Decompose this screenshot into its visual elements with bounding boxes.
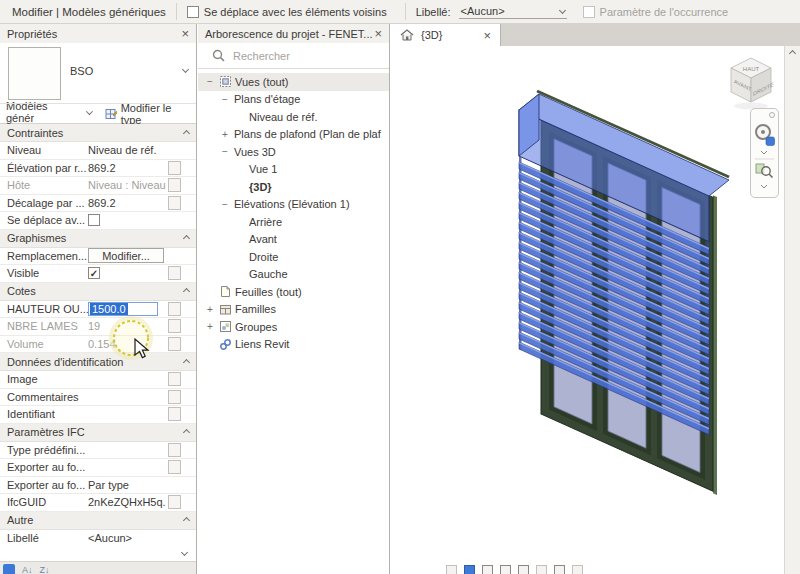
property-value[interactable]: 2nKeZQHxH5q... — [88, 496, 166, 508]
associate-parameter-button[interactable] — [168, 372, 181, 386]
chevron-down-icon[interactable] — [761, 185, 767, 188]
collapse-icon[interactable] — [183, 358, 190, 365]
properties-help-icon[interactable] — [3, 564, 15, 574]
property-value[interactable]: 869.2 — [88, 197, 166, 209]
tree-item[interactable]: +Familles — [198, 301, 389, 319]
tree-item[interactable]: Arrière — [198, 213, 389, 231]
property-value[interactable]: 1500.0 — [88, 302, 166, 316]
viewcube[interactable]: HAUT AVANT DROITE — [731, 58, 774, 110]
model-3d-bso-window[interactable]: HAUT AVANT DROITE — [391, 46, 784, 574]
tree-item[interactable]: Vue 1 — [198, 161, 389, 179]
edit-type-button[interactable]: Modifier le type — [105, 102, 190, 126]
property-value[interactable]: 19 — [88, 320, 166, 332]
expand-icon[interactable]: + — [207, 304, 219, 315]
tree-item[interactable]: Feuilles (tout) — [198, 283, 389, 301]
tree-item[interactable]: −Vues 3D — [198, 143, 389, 161]
tree-item[interactable]: Gauche — [198, 266, 389, 284]
canvas-scrollbar[interactable] — [784, 46, 800, 574]
zoom-icon[interactable] — [762, 167, 770, 175]
scroll-up-icon[interactable] — [789, 50, 796, 57]
chevron-down-icon[interactable] — [182, 66, 189, 73]
checkbox-checked[interactable]: ✓ — [88, 267, 100, 279]
collapse-icon[interactable] — [183, 429, 190, 436]
neighbors-checkbox[interactable] — [187, 6, 199, 18]
tree-item[interactable]: −Elévations (Elévation 1) — [198, 196, 389, 214]
associate-parameter-button[interactable] — [168, 196, 181, 210]
drawing-canvas[interactable]: HAUT AVANT DROITE — [391, 46, 800, 574]
property-value[interactable]: Par type — [88, 479, 166, 491]
section-header[interactable]: Paramètres IFC — [0, 424, 196, 442]
associate-parameter-button[interactable] — [168, 266, 181, 280]
value-input[interactable]: 1500.0 — [88, 302, 158, 316]
collapse-icon[interactable]: − — [207, 76, 219, 87]
property-value[interactable] — [88, 214, 166, 226]
property-value[interactable]: ✓ — [88, 267, 166, 279]
browser-search[interactable]: Rechercher — [198, 43, 389, 69]
associate-parameter-button[interactable] — [168, 443, 181, 457]
close-icon[interactable]: × — [483, 29, 491, 42]
sun-path-icon[interactable] — [500, 565, 511, 574]
section-header[interactable]: Contraintes — [0, 124, 196, 142]
section-header[interactable]: Cotes — [0, 283, 196, 301]
tree-item[interactable]: {3D} — [198, 178, 389, 196]
view-control-bar[interactable] — [446, 565, 583, 574]
section-header[interactable]: Graphismes — [0, 230, 196, 248]
associate-parameter-button[interactable] — [168, 302, 181, 316]
grid-scroll-hint[interactable] — [0, 546, 196, 561]
tree-item[interactable]: −Plans d'étage — [198, 91, 389, 109]
crop-view-icon[interactable] — [536, 565, 547, 574]
property-value[interactable]: Niveau : Niveau... — [88, 179, 166, 191]
associate-parameter-button[interactable] — [168, 178, 181, 192]
sort-ascending-icon[interactable]: A↓ — [22, 564, 33, 574]
close-icon[interactable]: × — [181, 27, 189, 40]
associate-parameter-button[interactable] — [168, 460, 181, 474]
properties-filter-dropdown[interactable]: Modèles génér — [6, 100, 94, 127]
tree-item[interactable]: Droite — [198, 248, 389, 266]
section-header[interactable]: Données d'identification — [0, 353, 196, 371]
collapse-icon[interactable]: − — [222, 146, 234, 157]
associate-parameter-button[interactable] — [168, 319, 181, 333]
scale-icon[interactable] — [446, 565, 457, 574]
label-dropdown[interactable]: <Aucun> — [459, 4, 567, 19]
visual-style-icon[interactable] — [482, 565, 493, 574]
tree-item[interactable]: Liens Revit — [198, 336, 389, 354]
tree-item[interactable]: +Plans de plafond (Plan de plaf — [198, 126, 389, 144]
property-value[interactable]: <Aucun> — [88, 532, 166, 544]
associate-parameter-button[interactable] — [168, 495, 181, 509]
associate-parameter-button[interactable] — [168, 407, 181, 421]
property-value[interactable]: 869.2 — [88, 162, 166, 174]
neighbors-option[interactable]: Se déplace avec les éléments voisins — [187, 6, 387, 18]
property-value[interactable]: Modifier... — [88, 248, 166, 263]
view-tab-3d[interactable]: {3D} × — [391, 24, 501, 46]
isolate-icon[interactable] — [572, 565, 583, 574]
tree-item[interactable]: Niveau de réf. — [198, 108, 389, 126]
tree-item[interactable]: +Groupes — [198, 318, 389, 336]
collapse-icon[interactable]: − — [222, 199, 234, 210]
shadows-icon[interactable] — [518, 565, 529, 574]
expand-icon[interactable]: + — [222, 129, 234, 140]
type-selector[interactable]: BSO — [0, 43, 196, 104]
collapse-icon[interactable] — [183, 235, 190, 242]
crop-region-icon[interactable] — [554, 565, 565, 574]
close-icon[interactable]: × — [374, 27, 382, 40]
chevron-down-icon[interactable] — [761, 151, 767, 154]
detail-level-icon[interactable] — [464, 565, 475, 574]
expand-icon[interactable]: + — [207, 321, 219, 332]
sort-descending-icon[interactable]: Z↓ — [40, 564, 50, 574]
collapse-icon[interactable] — [183, 517, 190, 524]
associate-parameter-button[interactable] — [168, 390, 181, 404]
checkbox-unchecked[interactable] — [88, 214, 100, 226]
tree-item[interactable]: −Vues (tout) — [198, 73, 389, 91]
collapse-icon[interactable]: − — [222, 94, 234, 105]
navbar-options-icon[interactable] — [770, 113, 775, 118]
section-header[interactable]: Autre — [0, 512, 196, 530]
property-value[interactable]: 0.154 — [88, 338, 166, 350]
tree-item[interactable]: Avant — [198, 231, 389, 249]
home-icon[interactable] — [400, 29, 414, 41]
associate-parameter-button[interactable] — [168, 161, 181, 175]
property-value[interactable]: Niveau de réf. — [88, 144, 166, 156]
collapse-icon[interactable] — [183, 129, 190, 136]
navigation-bar[interactable] — [750, 108, 779, 198]
collapse-icon[interactable] — [183, 288, 190, 295]
modify-button[interactable]: Modifier... — [88, 248, 164, 263]
